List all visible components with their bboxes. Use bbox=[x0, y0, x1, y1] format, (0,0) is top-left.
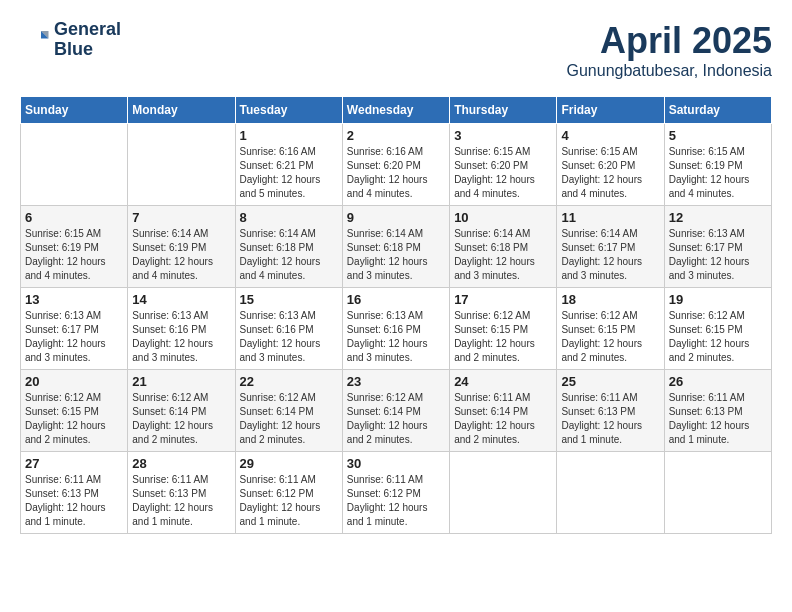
day-info: Sunrise: 6:14 AM Sunset: 6:19 PM Dayligh… bbox=[132, 227, 230, 283]
day-info: Sunrise: 6:11 AM Sunset: 6:12 PM Dayligh… bbox=[240, 473, 338, 529]
calendar-cell: 3Sunrise: 6:15 AM Sunset: 6:20 PM Daylig… bbox=[450, 124, 557, 206]
day-number: 7 bbox=[132, 210, 230, 225]
weekday-header-wednesday: Wednesday bbox=[342, 97, 449, 124]
calendar-cell: 29Sunrise: 6:11 AM Sunset: 6:12 PM Dayli… bbox=[235, 452, 342, 534]
calendar-cell: 11Sunrise: 6:14 AM Sunset: 6:17 PM Dayli… bbox=[557, 206, 664, 288]
day-info: Sunrise: 6:13 AM Sunset: 6:17 PM Dayligh… bbox=[669, 227, 767, 283]
logo-text: General Blue bbox=[54, 20, 121, 60]
day-number: 18 bbox=[561, 292, 659, 307]
calendar-cell: 20Sunrise: 6:12 AM Sunset: 6:15 PM Dayli… bbox=[21, 370, 128, 452]
calendar-cell: 12Sunrise: 6:13 AM Sunset: 6:17 PM Dayli… bbox=[664, 206, 771, 288]
day-number: 5 bbox=[669, 128, 767, 143]
day-number: 6 bbox=[25, 210, 123, 225]
weekday-header-tuesday: Tuesday bbox=[235, 97, 342, 124]
day-info: Sunrise: 6:13 AM Sunset: 6:17 PM Dayligh… bbox=[25, 309, 123, 365]
day-number: 14 bbox=[132, 292, 230, 307]
location-subtitle: Gunungbatubesar, Indonesia bbox=[567, 62, 773, 80]
day-number: 30 bbox=[347, 456, 445, 471]
day-number: 29 bbox=[240, 456, 338, 471]
day-number: 23 bbox=[347, 374, 445, 389]
logo-icon bbox=[20, 25, 50, 55]
day-number: 3 bbox=[454, 128, 552, 143]
day-number: 27 bbox=[25, 456, 123, 471]
day-info: Sunrise: 6:12 AM Sunset: 6:15 PM Dayligh… bbox=[454, 309, 552, 365]
calendar-cell bbox=[21, 124, 128, 206]
calendar-week-row: 6Sunrise: 6:15 AM Sunset: 6:19 PM Daylig… bbox=[21, 206, 772, 288]
calendar-cell: 17Sunrise: 6:12 AM Sunset: 6:15 PM Dayli… bbox=[450, 288, 557, 370]
day-number: 24 bbox=[454, 374, 552, 389]
day-number: 20 bbox=[25, 374, 123, 389]
day-info: Sunrise: 6:12 AM Sunset: 6:15 PM Dayligh… bbox=[25, 391, 123, 447]
calendar-week-row: 27Sunrise: 6:11 AM Sunset: 6:13 PM Dayli… bbox=[21, 452, 772, 534]
calendar-cell: 9Sunrise: 6:14 AM Sunset: 6:18 PM Daylig… bbox=[342, 206, 449, 288]
calendar-cell: 24Sunrise: 6:11 AM Sunset: 6:14 PM Dayli… bbox=[450, 370, 557, 452]
day-info: Sunrise: 6:15 AM Sunset: 6:19 PM Dayligh… bbox=[669, 145, 767, 201]
calendar-cell: 23Sunrise: 6:12 AM Sunset: 6:14 PM Dayli… bbox=[342, 370, 449, 452]
day-number: 4 bbox=[561, 128, 659, 143]
day-info: Sunrise: 6:12 AM Sunset: 6:14 PM Dayligh… bbox=[240, 391, 338, 447]
header: General Blue April 2025 Gunungbatubesar,… bbox=[20, 20, 772, 80]
calendar-cell: 18Sunrise: 6:12 AM Sunset: 6:15 PM Dayli… bbox=[557, 288, 664, 370]
day-number: 13 bbox=[25, 292, 123, 307]
day-info: Sunrise: 6:13 AM Sunset: 6:16 PM Dayligh… bbox=[132, 309, 230, 365]
day-number: 17 bbox=[454, 292, 552, 307]
day-number: 19 bbox=[669, 292, 767, 307]
day-info: Sunrise: 6:15 AM Sunset: 6:20 PM Dayligh… bbox=[454, 145, 552, 201]
day-info: Sunrise: 6:12 AM Sunset: 6:14 PM Dayligh… bbox=[347, 391, 445, 447]
calendar-table: SundayMondayTuesdayWednesdayThursdayFrid… bbox=[20, 96, 772, 534]
day-info: Sunrise: 6:13 AM Sunset: 6:16 PM Dayligh… bbox=[240, 309, 338, 365]
calendar-cell: 14Sunrise: 6:13 AM Sunset: 6:16 PM Dayli… bbox=[128, 288, 235, 370]
calendar-cell: 15Sunrise: 6:13 AM Sunset: 6:16 PM Dayli… bbox=[235, 288, 342, 370]
calendar-week-row: 13Sunrise: 6:13 AM Sunset: 6:17 PM Dayli… bbox=[21, 288, 772, 370]
weekday-header-saturday: Saturday bbox=[664, 97, 771, 124]
day-info: Sunrise: 6:14 AM Sunset: 6:18 PM Dayligh… bbox=[240, 227, 338, 283]
day-number: 28 bbox=[132, 456, 230, 471]
day-info: Sunrise: 6:15 AM Sunset: 6:20 PM Dayligh… bbox=[561, 145, 659, 201]
title-area: April 2025 Gunungbatubesar, Indonesia bbox=[567, 20, 773, 80]
day-info: Sunrise: 6:12 AM Sunset: 6:15 PM Dayligh… bbox=[669, 309, 767, 365]
calendar-week-row: 1Sunrise: 6:16 AM Sunset: 6:21 PM Daylig… bbox=[21, 124, 772, 206]
calendar-cell: 7Sunrise: 6:14 AM Sunset: 6:19 PM Daylig… bbox=[128, 206, 235, 288]
day-info: Sunrise: 6:14 AM Sunset: 6:17 PM Dayligh… bbox=[561, 227, 659, 283]
day-number: 15 bbox=[240, 292, 338, 307]
day-info: Sunrise: 6:11 AM Sunset: 6:13 PM Dayligh… bbox=[132, 473, 230, 529]
calendar-cell: 2Sunrise: 6:16 AM Sunset: 6:20 PM Daylig… bbox=[342, 124, 449, 206]
day-info: Sunrise: 6:14 AM Sunset: 6:18 PM Dayligh… bbox=[454, 227, 552, 283]
calendar-cell: 28Sunrise: 6:11 AM Sunset: 6:13 PM Dayli… bbox=[128, 452, 235, 534]
calendar-cell: 19Sunrise: 6:12 AM Sunset: 6:15 PM Dayli… bbox=[664, 288, 771, 370]
day-info: Sunrise: 6:15 AM Sunset: 6:19 PM Dayligh… bbox=[25, 227, 123, 283]
day-number: 16 bbox=[347, 292, 445, 307]
day-info: Sunrise: 6:11 AM Sunset: 6:13 PM Dayligh… bbox=[669, 391, 767, 447]
day-info: Sunrise: 6:12 AM Sunset: 6:15 PM Dayligh… bbox=[561, 309, 659, 365]
month-title: April 2025 bbox=[567, 20, 773, 62]
day-info: Sunrise: 6:11 AM Sunset: 6:12 PM Dayligh… bbox=[347, 473, 445, 529]
calendar-cell: 10Sunrise: 6:14 AM Sunset: 6:18 PM Dayli… bbox=[450, 206, 557, 288]
calendar-cell: 21Sunrise: 6:12 AM Sunset: 6:14 PM Dayli… bbox=[128, 370, 235, 452]
weekday-header-sunday: Sunday bbox=[21, 97, 128, 124]
calendar-cell: 22Sunrise: 6:12 AM Sunset: 6:14 PM Dayli… bbox=[235, 370, 342, 452]
day-info: Sunrise: 6:11 AM Sunset: 6:13 PM Dayligh… bbox=[25, 473, 123, 529]
day-info: Sunrise: 6:11 AM Sunset: 6:14 PM Dayligh… bbox=[454, 391, 552, 447]
day-info: Sunrise: 6:16 AM Sunset: 6:21 PM Dayligh… bbox=[240, 145, 338, 201]
day-number: 1 bbox=[240, 128, 338, 143]
day-number: 9 bbox=[347, 210, 445, 225]
calendar-cell: 1Sunrise: 6:16 AM Sunset: 6:21 PM Daylig… bbox=[235, 124, 342, 206]
calendar-cell: 13Sunrise: 6:13 AM Sunset: 6:17 PM Dayli… bbox=[21, 288, 128, 370]
day-number: 22 bbox=[240, 374, 338, 389]
day-number: 11 bbox=[561, 210, 659, 225]
calendar-cell bbox=[557, 452, 664, 534]
day-info: Sunrise: 6:16 AM Sunset: 6:20 PM Dayligh… bbox=[347, 145, 445, 201]
calendar-week-row: 20Sunrise: 6:12 AM Sunset: 6:15 PM Dayli… bbox=[21, 370, 772, 452]
calendar-cell: 4Sunrise: 6:15 AM Sunset: 6:20 PM Daylig… bbox=[557, 124, 664, 206]
calendar-cell: 26Sunrise: 6:11 AM Sunset: 6:13 PM Dayli… bbox=[664, 370, 771, 452]
calendar-cell: 5Sunrise: 6:15 AM Sunset: 6:19 PM Daylig… bbox=[664, 124, 771, 206]
day-info: Sunrise: 6:14 AM Sunset: 6:18 PM Dayligh… bbox=[347, 227, 445, 283]
calendar-cell bbox=[128, 124, 235, 206]
day-info: Sunrise: 6:12 AM Sunset: 6:14 PM Dayligh… bbox=[132, 391, 230, 447]
weekday-header-friday: Friday bbox=[557, 97, 664, 124]
calendar-cell bbox=[450, 452, 557, 534]
calendar-cell: 6Sunrise: 6:15 AM Sunset: 6:19 PM Daylig… bbox=[21, 206, 128, 288]
calendar-cell: 8Sunrise: 6:14 AM Sunset: 6:18 PM Daylig… bbox=[235, 206, 342, 288]
day-info: Sunrise: 6:11 AM Sunset: 6:13 PM Dayligh… bbox=[561, 391, 659, 447]
day-number: 8 bbox=[240, 210, 338, 225]
